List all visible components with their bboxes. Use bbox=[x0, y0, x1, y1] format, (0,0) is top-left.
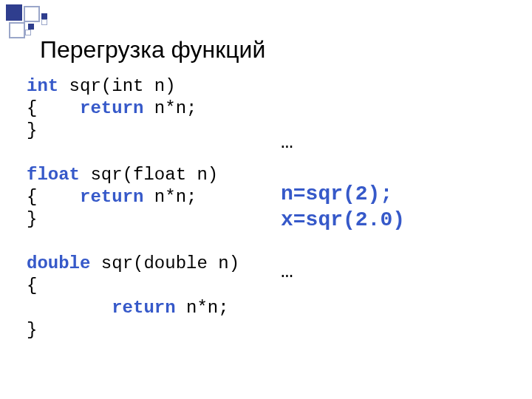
code-token: return bbox=[80, 187, 143, 207]
code-token: { bbox=[27, 98, 80, 118]
code-token: return bbox=[112, 298, 175, 318]
code-line bbox=[281, 155, 405, 181]
code-token: sqr(float n) bbox=[80, 165, 218, 185]
square-icon bbox=[28, 24, 34, 30]
code-token: n*n; bbox=[143, 98, 197, 118]
code-line: … bbox=[281, 259, 405, 284]
code-line: { return n*n; bbox=[27, 98, 239, 120]
square-icon bbox=[41, 13, 47, 19]
code-line: double sqr(double n) bbox=[27, 253, 239, 275]
code-line bbox=[27, 142, 239, 164]
slide: Перегрузка функций int sqr(int n){ retur… bbox=[0, 0, 532, 399]
code-block-usage: … n=sqr(2);x=sqr(2.0) … bbox=[281, 129, 405, 284]
code-token: double bbox=[27, 253, 90, 273]
code-line bbox=[281, 233, 405, 259]
square-icon bbox=[9, 22, 25, 38]
code-line: return n*n; bbox=[27, 297, 239, 319]
code-line bbox=[27, 231, 239, 253]
code-token: sqr(double n) bbox=[90, 253, 239, 273]
square-icon bbox=[24, 6, 40, 22]
code-token: } bbox=[27, 209, 37, 229]
code-block-definitions: int sqr(int n){ return n*n;} float sqr(f… bbox=[27, 75, 239, 341]
square-icon bbox=[6, 4, 22, 21]
code-line: n=sqr(2); bbox=[281, 181, 405, 207]
code-token: sqr(int n) bbox=[58, 76, 175, 96]
code-token: { bbox=[27, 187, 80, 207]
code-token: … bbox=[281, 131, 293, 154]
square-icon bbox=[25, 30, 31, 35]
code-line: } bbox=[27, 208, 239, 231]
code-token: } bbox=[27, 320, 37, 340]
code-token: … bbox=[281, 260, 293, 283]
code-token: n=sqr(2); bbox=[281, 183, 392, 205]
code-token: n*n; bbox=[143, 187, 197, 207]
square-icon bbox=[41, 19, 47, 25]
code-token: n*n; bbox=[176, 298, 229, 318]
slide-title: Перегрузка функций bbox=[40, 37, 265, 63]
code-line: float sqr(float n) bbox=[27, 164, 239, 186]
code-line: int sqr(int n) bbox=[27, 75, 239, 98]
code-token: { bbox=[27, 276, 37, 296]
code-line: … bbox=[281, 129, 405, 155]
code-token: int bbox=[27, 76, 58, 96]
code-token bbox=[27, 298, 112, 318]
code-line: x=sqr(2.0) bbox=[281, 207, 405, 233]
code-line: { return n*n; bbox=[27, 186, 239, 208]
code-token: float bbox=[27, 165, 80, 185]
code-line: } bbox=[27, 319, 239, 341]
code-line: { bbox=[27, 275, 239, 297]
code-line: } bbox=[27, 120, 239, 142]
code-token: x=sqr(2.0) bbox=[281, 208, 405, 231]
code-token: } bbox=[27, 120, 37, 140]
code-token: return bbox=[80, 98, 143, 118]
